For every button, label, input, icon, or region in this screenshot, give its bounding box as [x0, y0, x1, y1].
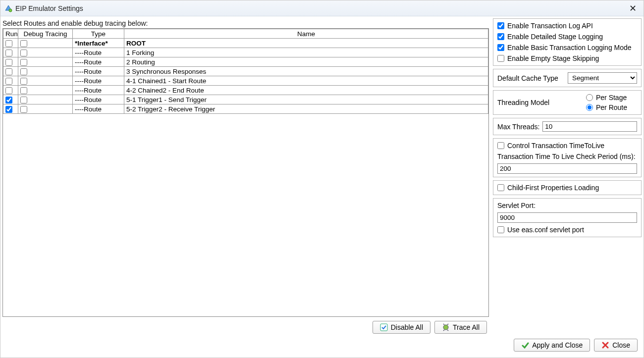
ttl-panel: Control Transaction TimeToLive Transacti…: [493, 138, 642, 177]
enable-basic-txn-checkbox[interactable]: [497, 44, 504, 51]
run-checkbox[interactable]: [5, 59, 12, 66]
enable-basic-txn[interactable]: Enable Basic Transaction Logging Mode: [497, 44, 637, 51]
enable-txn-log-api[interactable]: Enable Transaction Log API: [497, 22, 637, 30]
control-ttl[interactable]: Control Transaction TimeToLive: [497, 142, 637, 150]
debug-checkbox[interactable]: [20, 78, 27, 85]
table-row[interactable]: ----Route2 Routing: [3, 57, 488, 67]
run-checkbox[interactable]: [5, 78, 12, 85]
run-checkbox[interactable]: [5, 40, 12, 47]
apply-and-close-button[interactable]: Apply and Close: [514, 339, 590, 352]
enable-basic-txn-label: Enable Basic Transaction Logging Mode: [507, 44, 632, 51]
left-buttons-row: Disable All Trace All: [2, 317, 489, 336]
child-first-checkbox[interactable]: [497, 184, 504, 191]
name-cell: 1 Forking: [124, 48, 488, 57]
routes-table-container: Run Debug Tracing Type Name *Interface*R…: [2, 28, 489, 317]
type-cell: ----Route: [73, 86, 124, 95]
per-stage-radio[interactable]: [586, 94, 593, 101]
per-stage-radio-row[interactable]: Per Stage: [586, 94, 627, 102]
debug-checkbox[interactable]: [20, 97, 27, 103]
disable-all-label: Disable All: [391, 323, 423, 331]
col-type-header: Type: [73, 29, 124, 39]
name-cell: 5-1 Trigger1 - Send Trigger: [124, 95, 488, 104]
debug-checkbox[interactable]: [20, 87, 27, 94]
table-row[interactable]: *Interface*ROOT: [3, 39, 488, 48]
servlet-port-input[interactable]: [497, 212, 637, 223]
window-title: EIP Emulator Settings: [15, 4, 626, 12]
close-button[interactable]: Close: [594, 339, 638, 352]
table-row[interactable]: ----Route5-2 Trigger2 - Receive Trigger: [3, 104, 488, 114]
debug-checkbox[interactable]: [20, 40, 27, 47]
type-cell: *Interface*: [73, 39, 124, 48]
cache-panel: Default Cache Type Segment: [493, 69, 642, 87]
debug-checkbox[interactable]: [20, 106, 27, 113]
close-icon[interactable]: ✕: [626, 2, 640, 15]
type-cell: ----Route: [73, 57, 124, 67]
enable-detailed-stage-checkbox[interactable]: [497, 33, 504, 40]
disable-all-icon: [380, 323, 388, 331]
check-icon: [521, 341, 529, 349]
bottom-buttons: Apply and Close Close: [2, 336, 642, 356]
routes-table: Run Debug Tracing Type Name *Interface*R…: [3, 29, 488, 114]
ttl-period-label: Transaction Time To Live Check Period (m…: [497, 153, 637, 160]
enable-txn-log-api-label: Enable Transaction Log API: [507, 22, 593, 30]
threading-label: Threading Model: [497, 99, 549, 106]
instruction-label: Select Routes and enable debug tracing b…: [2, 18, 489, 28]
per-stage-label: Per Stage: [596, 94, 627, 102]
disable-all-button[interactable]: Disable All: [373, 321, 430, 334]
per-route-radio-row[interactable]: Per Route: [586, 103, 627, 111]
table-row[interactable]: ----Route5-1 Trigger1 - Send Trigger: [3, 95, 488, 104]
x-icon: [601, 341, 609, 349]
col-name-header: Name: [124, 29, 488, 39]
svg-point-2: [443, 325, 448, 330]
type-cell: ----Route: [73, 95, 124, 104]
titlebar: EIP Emulator Settings ✕: [0, 0, 644, 16]
type-cell: ----Route: [73, 76, 124, 86]
enable-empty-stage-checkbox[interactable]: [497, 55, 504, 62]
run-checkbox[interactable]: [5, 68, 12, 75]
main-row: Select Routes and enable debug tracing b…: [2, 18, 642, 336]
app-icon: [4, 4, 12, 12]
use-eas-conf[interactable]: Use eas.conf servlet port: [497, 226, 637, 234]
use-eas-conf-checkbox[interactable]: [497, 226, 504, 233]
run-checkbox[interactable]: [5, 97, 12, 103]
table-row[interactable]: ----Route3 Synchronous Responses: [3, 67, 488, 76]
name-cell: 3 Synchronous Responses: [124, 67, 488, 76]
table-row[interactable]: ----Route1 Forking: [3, 48, 488, 57]
table-row[interactable]: ----Route4-2 Chained2 - End Route: [3, 86, 488, 95]
right-column: Enable Transaction Log API Enable Detail…: [493, 18, 642, 336]
debug-checkbox[interactable]: [20, 59, 27, 66]
enable-empty-stage-label: Enable Empty Stage Skipping: [507, 54, 599, 62]
type-cell: ----Route: [73, 67, 124, 76]
run-checkbox[interactable]: [5, 106, 12, 113]
debug-checkbox[interactable]: [20, 50, 27, 56]
per-route-radio[interactable]: [586, 104, 593, 111]
enable-empty-stage[interactable]: Enable Empty Stage Skipping: [497, 54, 637, 62]
close-label: Close: [612, 341, 630, 349]
run-checkbox[interactable]: [5, 50, 12, 56]
svg-point-0: [9, 9, 12, 12]
apply-and-close-label: Apply and Close: [532, 341, 583, 349]
servlet-panel: Servlet Port: Use eas.conf servlet port: [493, 198, 642, 237]
name-cell: 2 Routing: [124, 57, 488, 67]
cache-type-select[interactable]: Segment: [568, 72, 637, 84]
run-checkbox[interactable]: [5, 87, 12, 94]
debug-checkbox[interactable]: [20, 68, 27, 75]
ttl-period-input[interactable]: [497, 163, 637, 174]
svg-rect-1: [380, 324, 387, 331]
col-debug-header: Debug Tracing: [18, 29, 73, 39]
use-eas-conf-label: Use eas.conf servlet port: [507, 226, 584, 234]
per-route-label: Per Route: [596, 103, 627, 111]
trace-all-label: Trace All: [453, 323, 480, 331]
child-first[interactable]: Child-First Properties Loading: [497, 184, 637, 192]
control-ttl-checkbox[interactable]: [497, 142, 504, 149]
enable-txn-log-api-checkbox[interactable]: [497, 22, 504, 29]
enable-detailed-stage[interactable]: Enable Detailed Stage Logging: [497, 33, 637, 41]
maxthreads-label: Max Threads:: [497, 123, 539, 131]
servlet-port-label: Servlet Port:: [497, 202, 637, 209]
logging-panel: Enable Transaction Log API Enable Detail…: [493, 18, 642, 66]
trace-all-button[interactable]: Trace All: [434, 321, 487, 334]
col-run-header: Run: [3, 29, 18, 39]
maxthreads-input[interactable]: [542, 121, 637, 132]
left-column: Select Routes and enable debug tracing b…: [2, 18, 489, 336]
table-row[interactable]: ----Route4-1 Chained1 - Start Route: [3, 76, 488, 86]
